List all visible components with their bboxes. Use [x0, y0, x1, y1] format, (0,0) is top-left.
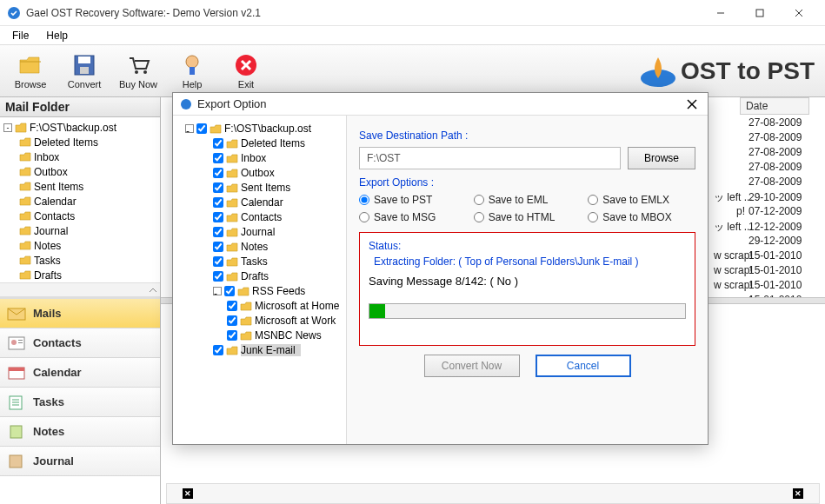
export-checkbox[interactable] [213, 212, 223, 222]
export-tree-item[interactable]: Outbox [176, 166, 343, 180]
convert-now-button[interactable]: Convert Now [424, 355, 520, 377]
export-tree-rss[interactable]: -RSS Feeds [176, 284, 343, 298]
svg-rect-6 [78, 56, 90, 63]
browse-button[interactable]: Browse [628, 147, 695, 169]
toolbar-buy[interactable]: Buy Now [113, 48, 163, 95]
export-checkbox[interactable] [213, 138, 223, 149]
dialog-close-button[interactable] [683, 96, 701, 113]
toolbar-browse[interactable]: Browse [5, 48, 56, 95]
export-checkbox[interactable] [213, 182, 223, 193]
grid-row[interactable]: ッ left ...29-10-2009 [714, 190, 809, 205]
svg-rect-19 [18, 340, 23, 341]
nav-calendar[interactable]: Calendar [0, 358, 160, 388]
radio-mbox[interactable]: Save to MBOX [588, 211, 695, 223]
export-tree-item[interactable]: Tasks [176, 255, 343, 269]
menu-file[interactable]: File [3, 28, 37, 43]
folder-icon [226, 242, 238, 253]
contacts-icon [7, 335, 26, 352]
nav-contacts[interactable]: Contacts [0, 328, 160, 358]
toolbar-help[interactable]: Help [167, 48, 217, 95]
nav-mails[interactable]: Mails [0, 299, 160, 328]
export-checkbox[interactable] [213, 227, 223, 237]
export-tree-item[interactable]: Deleted Items [176, 136, 343, 150]
export-checkbox[interactable] [213, 271, 223, 282]
export-tree-item[interactable]: Drafts [176, 269, 343, 283]
save-path-input[interactable] [359, 147, 621, 169]
grid-row[interactable]: 27-08-2009 [714, 146, 809, 161]
export-tree-item[interactable]: Microsoft at Home [176, 299, 343, 313]
toolbar-buy-label: Buy Now [119, 79, 157, 90]
grid-row[interactable]: w scrap!15-01-2010 [714, 249, 809, 264]
tree-item[interactable]: Outbox [3, 165, 156, 179]
export-tree-item[interactable]: Inbox [176, 151, 343, 165]
export-tree-junk[interactable]: Junk E-mail [176, 343, 343, 357]
grid-row[interactable]: ッ left ...12-12-2009 [714, 220, 809, 235]
export-tree-item[interactable]: Journal [176, 225, 343, 239]
tree-item[interactable]: Deleted Items [3, 136, 156, 149]
export-tree-item[interactable]: Notes [176, 240, 343, 254]
tree-item[interactable]: Sent Items [3, 180, 156, 194]
radio-emlx[interactable]: Save to EMLX [588, 194, 695, 206]
grid-row[interactable]: 27-08-2009 [714, 131, 809, 146]
tree-item[interactable]: Journal [3, 224, 156, 238]
export-checkbox[interactable] [213, 153, 223, 163]
maximize-button[interactable] [740, 0, 779, 26]
grid-row[interactable]: 29-12-2009 [714, 235, 809, 249]
grid-row[interactable]: 27-08-2009 [714, 116, 809, 131]
status-folder-line: Extracting Folder: ( Top of Personal Fol… [374, 255, 686, 268]
export-checkbox[interactable] [213, 242, 223, 252]
export-checkbox[interactable] [213, 168, 223, 178]
tree-scrollbar[interactable] [0, 282, 160, 296]
tree-item[interactable]: Contacts [3, 209, 156, 223]
folder-tree[interactable]: - F:\OST\backup.ost Deleted ItemsInboxOu… [0, 117, 160, 282]
minimize-button[interactable] [701, 0, 740, 26]
radio-msg[interactable]: Save to MSG [359, 211, 467, 223]
toolbar-exit[interactable]: Exit [221, 48, 271, 95]
tree-item[interactable]: Tasks [3, 254, 156, 268]
grid-row[interactable]: w scrap!15-01-2010 [714, 279, 809, 294]
grid-header-date[interactable]: Date [740, 97, 809, 115]
export-tree-item[interactable]: Calendar [176, 196, 343, 209]
journal-icon [7, 453, 26, 470]
cancel-button[interactable]: Cancel [536, 355, 631, 377]
scroll-arrow-icon [146, 283, 160, 297]
tree-item[interactable]: Notes [3, 239, 156, 253]
nav-contacts-label: Contacts [33, 336, 82, 349]
grid-row[interactable]: w scrap!15-01-2010 [714, 264, 809, 279]
export-checkbox[interactable] [213, 256, 223, 267]
grid-row[interactable]: 27-08-2009 [714, 161, 809, 176]
tree-item[interactable]: Calendar [3, 195, 156, 209]
nav-journal[interactable]: Journal [0, 447, 160, 476]
grid-row[interactable]: 27-08-2009 [714, 176, 809, 190]
grid-row[interactable]: w scrap!15-01-2010 [714, 294, 809, 297]
export-tree[interactable]: - F:\OST\backup.ost Deleted ItemsInboxOu… [173, 116, 347, 444]
svg-point-9 [143, 70, 147, 74]
radio-eml[interactable]: Save to EML [474, 194, 582, 206]
radio-pst[interactable]: Save to PST [359, 194, 467, 206]
notes-icon [7, 423, 26, 441]
export-tree-item[interactable]: MSNBC News [176, 328, 343, 342]
tree-item[interactable]: Inbox [3, 150, 156, 164]
export-checkbox[interactable] [213, 197, 223, 208]
export-checkbox[interactable] [224, 286, 235, 296]
toolbar-convert[interactable]: Convert [59, 48, 110, 95]
export-tree-item[interactable]: Sent Items [176, 181, 343, 195]
close-button[interactable] [779, 0, 818, 26]
export-tree-item[interactable]: Microsoft at Work [176, 314, 343, 328]
export-tree-item[interactable]: Contacts [176, 210, 343, 224]
export-tree-root[interactable]: - F:\OST\backup.ost [176, 122, 343, 136]
nav-notes-label: Notes [33, 425, 64, 438]
grid-row[interactable]: p!07-12-2009 [714, 205, 809, 220]
export-checkbox[interactable] [227, 301, 237, 311]
tree-root[interactable]: - F:\OST\backup.ost [3, 121, 156, 135]
nav-tasks[interactable]: Tasks [0, 388, 160, 417]
menu-help[interactable]: Help [37, 28, 77, 43]
nav-notes[interactable]: Notes [0, 417, 160, 447]
export-checkbox[interactable] [227, 315, 237, 326]
export-checkbox[interactable] [227, 330, 237, 341]
export-checkbox[interactable] [213, 345, 223, 355]
tree-item[interactable]: Drafts [3, 269, 156, 282]
export-root-checkbox[interactable] [196, 123, 207, 134]
radio-html[interactable]: Save to HTML [474, 211, 582, 223]
nav-calendar-label: Calendar [33, 366, 82, 379]
